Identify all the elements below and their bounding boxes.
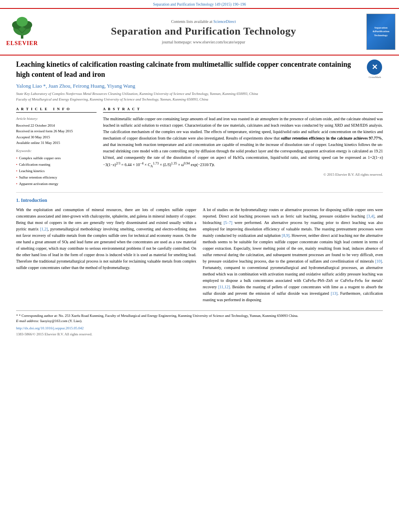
divider [16,192,383,193]
keywords-list: •Complex sulfide copper ores •Calcificat… [16,155,97,187]
abstract-header: A B S T R A C T [103,107,383,113]
article-info-col: A R T I C L E I N F O Article history: R… [16,107,97,187]
affiliation-1: State Key Laboratory of Complex Nonferro… [16,92,258,96]
elsevier-logo-area: ELSEVIER [0,12,44,51]
intro-col-left: With the exploitation and consumption of… [16,207,196,306]
copyright: © 2015 Elsevier B.V. All rights reserved… [103,173,383,177]
ref-5-7: [5–7] [224,220,232,225]
revised-date: Received in revised form 26 May 2015 [16,128,97,134]
email-note: E-mail address: liaoyisy@163.com (Y. Lia… [16,318,383,324]
keyword-3: •Leaching kinetics [16,168,97,174]
journal-cover: Separation&PurificationTechnology [363,12,399,51]
crossmark-icon: ✕ [367,60,382,75]
ref-11-12: [11,12] [218,285,230,289]
intro-para-2: A lot of studies on the hydrometallurgy … [203,207,383,303]
abstract-text: The multimetallic sulfide copper ore con… [103,116,383,169]
sciencedirect-line: Contents lists available at ScienceDirec… [171,19,236,24]
email-label: E-mail address: [16,319,39,323]
abstract-col: A B S T R A C T The multimetallic sulfid… [103,107,383,187]
email-address: liaoyisy@163.com (Y. Liao). [40,319,82,323]
article-title: Leaching kinetics of calcification roast… [16,60,363,80]
ref-10: [10] [375,259,382,263]
affiliations: State Key Laboratory of Complex Nonferro… [16,91,383,102]
cover-title: Separation&PurificationTechnology [372,26,389,37]
received-date: Received 22 October 2014 [16,123,97,128]
journal-title: Separation and Purification Technology [111,25,296,37]
svg-point-4 [16,17,28,27]
journal-homepage: journal homepage: www.elsevier.com/locat… [162,40,245,44]
crossmark-area: ✕ CrossMark [367,60,383,76]
journal-info-center: Contents lists available at ScienceDirec… [44,12,363,51]
ref-8-9: [8,9] [282,233,290,238]
crossmark-label: CrossMark [367,76,383,79]
intro-para-1: With the exploitation and consumption of… [16,207,196,271]
elsevier-wordmark: ELSEVIER [6,40,38,47]
history-label: Article history: [16,116,97,121]
ref-3-4: [3,4] [367,214,374,218]
keyword-2: •Calcification roasting [16,161,97,168]
journal-banner: ELSEVIER Contents lists available at Sci… [0,8,399,55]
elsevier-tree-icon [8,17,36,39]
corresponding-author-note: * * Corresponding author at: No. 253 Xue… [16,313,383,319]
page-header: Separation and Purification Technology 1… [0,0,399,6]
article-history: Article history: Received 22 October 201… [16,116,97,187]
intro-section-title: 1. Introduction [16,197,383,203]
keyword-4: •Sulfur retention efficiency [16,174,97,181]
introduction-section: 1. Introduction With the exploitation an… [16,197,383,306]
footnotes: * * Corresponding author at: No. 253 Xue… [16,310,383,337]
intro-body: With the exploitation and consumption of… [16,207,383,306]
ref-13: [13] [331,291,337,296]
ref-1-2: [1,2] [40,227,48,231]
article-title-section: Leaching kinetics of calcification roast… [16,60,383,80]
sciencedirect-link[interactable]: ScienceDirect [213,19,236,24]
accepted-date: Accepted 30 May 2015 [16,134,97,140]
keyword-1: •Complex sulfide copper ores [16,155,97,161]
intro-col-right: A lot of studies on the hydrometallurgy … [203,207,383,306]
issn-line: 1383-5866/© 2015 Elsevier B.V. All right… [16,332,383,337]
available-date: Available online 31 May 2015 [16,140,97,146]
doi-line: http://dx.doi.org/10.1016/j.seppur.2015.… [16,326,383,331]
article-info-abstract: A R T I C L E I N F O Article history: R… [16,107,383,187]
main-content: Leaching kinetics of calcification roast… [0,60,399,337]
keywords-label: Keywords: [16,148,97,154]
affiliation-2: Faculty of Metallurgical and Energy Engi… [16,97,208,101]
authors: Yalong Liao *, Juan Zhou, Feirong Huang,… [16,83,383,89]
keyword-5: •Apparent activation energy [16,181,97,187]
article-info-header: A R T I C L E I N F O [16,107,97,113]
